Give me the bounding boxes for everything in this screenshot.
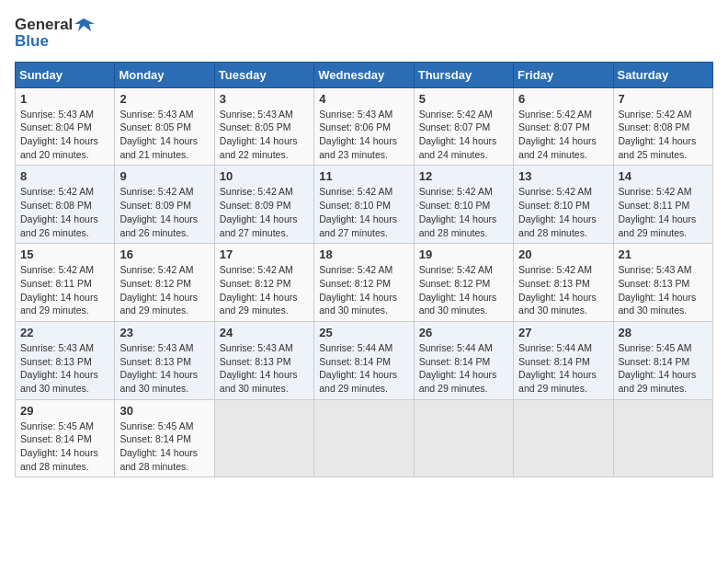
day-number: 7	[619, 92, 708, 106]
calendar-cell: 10Sunrise: 5:42 AM Sunset: 8:09 PM Dayli…	[214, 166, 313, 244]
calendar-cell: 11Sunrise: 5:42 AM Sunset: 8:10 PM Dayli…	[314, 166, 414, 244]
calendar-cell: 26Sunrise: 5:44 AM Sunset: 8:14 PM Dayli…	[414, 321, 513, 399]
day-number: 10	[220, 169, 309, 183]
day-info: Sunrise: 5:43 AM Sunset: 8:13 PM Dayligh…	[119, 341, 209, 396]
day-info: Sunrise: 5:43 AM Sunset: 8:04 PM Dayligh…	[20, 108, 109, 162]
day-number: 25	[319, 326, 408, 339]
calendar-cell	[314, 399, 414, 477]
calendar-cell: 18Sunrise: 5:42 AM Sunset: 8:12 PM Dayli…	[314, 244, 414, 322]
col-header-saturday: Saturday	[613, 62, 712, 87]
calendar-cell: 15Sunrise: 5:42 AM Sunset: 8:11 PM Dayli…	[16, 244, 115, 322]
day-number: 1	[20, 92, 109, 106]
calendar-cell: 6Sunrise: 5:42 AM Sunset: 8:07 PM Daylig…	[514, 87, 613, 166]
col-header-sunday: Sunday	[16, 62, 115, 87]
day-info: Sunrise: 5:42 AM Sunset: 8:10 PM Dayligh…	[518, 185, 608, 239]
logo-blue: Blue	[15, 33, 95, 51]
day-info: Sunrise: 5:42 AM Sunset: 8:11 PM Dayligh…	[619, 185, 708, 239]
calendar-cell: 17Sunrise: 5:42 AM Sunset: 8:12 PM Dayli…	[214, 244, 313, 322]
day-info: Sunrise: 5:42 AM Sunset: 8:12 PM Dayligh…	[220, 263, 309, 317]
day-info: Sunrise: 5:43 AM Sunset: 8:13 PM Dayligh…	[619, 263, 708, 317]
header: General Blue	[15, 15, 713, 51]
calendar-cell: 3Sunrise: 5:43 AM Sunset: 8:05 PM Daylig…	[214, 87, 313, 166]
day-number: 15	[20, 247, 109, 261]
day-info: Sunrise: 5:42 AM Sunset: 8:09 PM Dayligh…	[119, 185, 209, 239]
calendar-cell: 1Sunrise: 5:43 AM Sunset: 8:04 PM Daylig…	[16, 87, 115, 166]
day-number: 4	[319, 92, 408, 106]
day-info: Sunrise: 5:42 AM Sunset: 8:11 PM Dayligh…	[20, 263, 109, 317]
week-row-2: 15Sunrise: 5:42 AM Sunset: 8:11 PM Dayli…	[16, 244, 713, 322]
day-number: 22	[20, 326, 109, 339]
calendar-cell: 21Sunrise: 5:43 AM Sunset: 8:13 PM Dayli…	[613, 244, 712, 322]
day-number: 12	[419, 169, 508, 183]
col-header-wednesday: Wednesday	[314, 62, 414, 87]
col-header-friday: Friday	[514, 62, 613, 87]
calendar-cell: 20Sunrise: 5:42 AM Sunset: 8:13 PM Dayli…	[514, 244, 613, 322]
calendar-cell: 28Sunrise: 5:45 AM Sunset: 8:14 PM Dayli…	[613, 321, 712, 399]
calendar-cell: 23Sunrise: 5:43 AM Sunset: 8:13 PM Dayli…	[115, 321, 214, 399]
calendar-cell: 14Sunrise: 5:42 AM Sunset: 8:11 PM Dayli…	[613, 166, 712, 244]
day-number: 11	[319, 169, 408, 183]
col-header-thursday: Thursday	[414, 62, 513, 87]
day-number: 24	[220, 326, 309, 339]
calendar-cell: 16Sunrise: 5:42 AM Sunset: 8:12 PM Dayli…	[115, 244, 214, 322]
day-info: Sunrise: 5:42 AM Sunset: 8:10 PM Dayligh…	[419, 185, 508, 239]
day-info: Sunrise: 5:43 AM Sunset: 8:05 PM Dayligh…	[119, 108, 209, 162]
calendar-cell: 9Sunrise: 5:42 AM Sunset: 8:09 PM Daylig…	[115, 166, 214, 244]
calendar-cell	[514, 399, 613, 477]
calendar-cell: 22Sunrise: 5:43 AM Sunset: 8:13 PM Dayli…	[16, 321, 115, 399]
day-number: 8	[20, 169, 109, 183]
day-info: Sunrise: 5:42 AM Sunset: 8:08 PM Dayligh…	[619, 108, 708, 162]
calendar-cell: 30Sunrise: 5:45 AM Sunset: 8:14 PM Dayli…	[115, 399, 214, 477]
calendar-cell	[214, 399, 313, 477]
day-info: Sunrise: 5:45 AM Sunset: 8:14 PM Dayligh…	[119, 419, 209, 474]
calendar-cell: 8Sunrise: 5:42 AM Sunset: 8:08 PM Daylig…	[16, 166, 115, 244]
day-number: 17	[220, 247, 309, 261]
day-info: Sunrise: 5:42 AM Sunset: 8:07 PM Dayligh…	[518, 108, 608, 162]
week-row-4: 29Sunrise: 5:45 AM Sunset: 8:14 PM Dayli…	[16, 399, 713, 477]
svg-marker-0	[74, 18, 95, 31]
calendar-cell: 24Sunrise: 5:43 AM Sunset: 8:13 PM Dayli…	[214, 321, 313, 399]
calendar-cell	[414, 399, 513, 477]
day-info: Sunrise: 5:42 AM Sunset: 8:12 PM Dayligh…	[119, 263, 209, 317]
calendar-cell: 27Sunrise: 5:44 AM Sunset: 8:14 PM Dayli…	[514, 321, 613, 399]
day-number: 20	[518, 247, 608, 261]
calendar-cell: 19Sunrise: 5:42 AM Sunset: 8:12 PM Dayli…	[414, 244, 513, 322]
day-info: Sunrise: 5:43 AM Sunset: 8:13 PM Dayligh…	[220, 341, 309, 396]
calendar-cell: 5Sunrise: 5:42 AM Sunset: 8:07 PM Daylig…	[414, 87, 513, 166]
day-number: 14	[619, 169, 708, 183]
calendar-table: SundayMondayTuesdayWednesdayThursdayFrid…	[15, 62, 713, 478]
day-info: Sunrise: 5:44 AM Sunset: 8:14 PM Dayligh…	[319, 341, 408, 396]
day-number: 6	[518, 92, 608, 106]
calendar-cell: 2Sunrise: 5:43 AM Sunset: 8:05 PM Daylig…	[115, 87, 214, 166]
calendar-cell	[613, 399, 712, 477]
calendar-cell: 29Sunrise: 5:45 AM Sunset: 8:14 PM Dayli…	[16, 399, 115, 477]
week-row-3: 22Sunrise: 5:43 AM Sunset: 8:13 PM Dayli…	[16, 321, 713, 399]
day-number: 26	[419, 326, 508, 339]
day-info: Sunrise: 5:42 AM Sunset: 8:12 PM Dayligh…	[419, 263, 508, 317]
logo: General Blue	[15, 15, 95, 51]
col-header-tuesday: Tuesday	[214, 62, 313, 87]
day-info: Sunrise: 5:43 AM Sunset: 8:06 PM Dayligh…	[319, 108, 408, 162]
day-info: Sunrise: 5:42 AM Sunset: 8:07 PM Dayligh…	[419, 108, 508, 162]
day-number: 18	[319, 247, 408, 261]
calendar-header-row: SundayMondayTuesdayWednesdayThursdayFrid…	[16, 62, 713, 87]
day-number: 19	[419, 247, 508, 261]
week-row-1: 8Sunrise: 5:42 AM Sunset: 8:08 PM Daylig…	[16, 166, 713, 244]
col-header-monday: Monday	[115, 62, 214, 87]
day-info: Sunrise: 5:42 AM Sunset: 8:12 PM Dayligh…	[319, 263, 408, 317]
day-info: Sunrise: 5:42 AM Sunset: 8:09 PM Dayligh…	[220, 185, 309, 239]
calendar-cell: 7Sunrise: 5:42 AM Sunset: 8:08 PM Daylig…	[613, 87, 712, 166]
day-number: 23	[119, 326, 209, 339]
calendar-cell: 12Sunrise: 5:42 AM Sunset: 8:10 PM Dayli…	[414, 166, 513, 244]
day-number: 13	[518, 169, 608, 183]
day-number: 29	[20, 404, 109, 418]
day-number: 28	[619, 326, 708, 339]
day-number: 21	[619, 247, 708, 261]
logo-bird-icon	[74, 15, 95, 35]
day-number: 3	[220, 92, 309, 106]
day-info: Sunrise: 5:43 AM Sunset: 8:05 PM Dayligh…	[220, 108, 309, 162]
day-number: 30	[119, 404, 209, 418]
day-number: 5	[419, 92, 508, 106]
day-number: 16	[119, 247, 209, 261]
week-row-0: 1Sunrise: 5:43 AM Sunset: 8:04 PM Daylig…	[16, 87, 713, 166]
